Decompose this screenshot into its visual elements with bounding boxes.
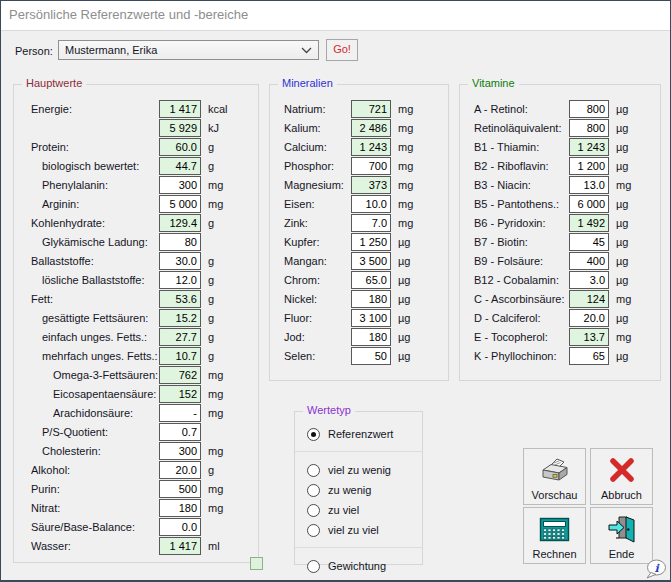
value-field[interactable]: 53.6 xyxy=(159,290,201,308)
value-field[interactable]: 800 xyxy=(569,119,609,137)
value-row: Jod:180µg xyxy=(284,327,448,346)
value-field[interactable]: 13.7 xyxy=(569,328,609,346)
value-field[interactable]: 27.7 xyxy=(159,328,201,346)
radio-option[interactable]: Referenzwert xyxy=(307,424,422,444)
info-bubble-icon[interactable]: i xyxy=(645,559,667,579)
value-row: Phosphor:700mg xyxy=(284,156,448,175)
value-row: biologisch bewertet:44.7g xyxy=(31,156,258,175)
value-field[interactable]: 3.0 xyxy=(569,271,609,289)
value-unit: mg xyxy=(208,369,258,381)
value-row: Säure/Base-Balance:0.0 xyxy=(31,517,258,536)
value-label: Phosphor: xyxy=(284,160,351,172)
value-field[interactable]: 762 xyxy=(159,366,201,384)
value-field[interactable]: 152 xyxy=(159,385,201,403)
value-field[interactable]: 13.0 xyxy=(569,176,609,194)
value-field[interactable]: 5 000 xyxy=(159,195,201,213)
value-field[interactable]: 180 xyxy=(351,290,391,308)
value-row: Purin:500mg xyxy=(31,479,258,498)
value-field[interactable]: 1 200 xyxy=(569,157,609,175)
value-row: B12 - Cobalamin:3.0µg xyxy=(474,270,660,289)
value-field[interactable]: 180 xyxy=(351,328,391,346)
group-hauptwerte-rows: Energie:1 417kcal5 929kJProtein:60.0gbio… xyxy=(14,99,258,555)
value-field[interactable]: 45 xyxy=(569,233,609,251)
group-hauptwerte: Hauptwerte Energie:1 417kcal5 929kJProte… xyxy=(13,84,259,563)
radio-option[interactable]: viel zu viel xyxy=(307,520,422,540)
value-unit: mg xyxy=(208,407,258,419)
value-field[interactable]: 10.0 xyxy=(351,195,391,213)
value-row: Fluor:3 100µg xyxy=(284,308,448,327)
value-field[interactable]: 300 xyxy=(159,442,201,460)
value-row: mehrfach unges. Fetts.:10.7g xyxy=(31,346,258,365)
value-field[interactable]: 44.7 xyxy=(159,157,201,175)
value-field[interactable]: 60.0 xyxy=(159,138,201,156)
value-unit: mg xyxy=(208,388,258,400)
value-label: Kupfer: xyxy=(284,236,351,248)
value-field[interactable]: 12.0 xyxy=(159,271,201,289)
group-wertetyp: Wertetyp Referenzwertviel zu wenigzu wen… xyxy=(294,411,423,565)
value-field[interactable]: 50 xyxy=(351,347,391,365)
radio-option[interactable]: viel zu wenig xyxy=(307,460,422,480)
separator xyxy=(295,547,422,548)
value-unit: µg xyxy=(398,274,448,286)
value-field[interactable]: 373 xyxy=(351,176,391,194)
preview-button[interactable]: Vorschau xyxy=(523,448,586,505)
value-field[interactable]: 1 417 xyxy=(159,537,201,555)
value-field[interactable]: 1 492 xyxy=(569,214,609,232)
value-field[interactable]: 1 243 xyxy=(351,138,391,156)
value-field[interactable]: 10.7 xyxy=(159,347,201,365)
value-field[interactable]: 1 250 xyxy=(351,233,391,251)
value-row: Ballaststoffe:30.0g xyxy=(31,251,258,270)
value-field[interactable]: 300 xyxy=(159,176,201,194)
value-unit: µg xyxy=(398,350,448,362)
value-field[interactable]: 80 xyxy=(159,233,201,251)
value-field[interactable]: 124 xyxy=(569,290,609,308)
value-field[interactable]: 1 243 xyxy=(569,138,609,156)
value-unit: µg xyxy=(616,350,660,362)
value-field[interactable]: 20.0 xyxy=(569,309,609,327)
value-field[interactable]: 0.7 xyxy=(159,423,201,441)
value-field[interactable]: 7.0 xyxy=(351,214,391,232)
value-field[interactable]: 3 500 xyxy=(351,252,391,270)
value-unit: kJ xyxy=(208,122,258,134)
value-label: Selen: xyxy=(284,350,351,362)
value-field[interactable]: 129.4 xyxy=(159,214,201,232)
value-field[interactable]: 800 xyxy=(569,100,609,118)
value-field[interactable]: 1 417 xyxy=(159,100,201,118)
calculate-button[interactable]: Rechnen xyxy=(523,507,586,564)
go-button[interactable]: Go! xyxy=(326,39,358,61)
value-field[interactable]: 15.2 xyxy=(159,309,201,327)
person-select[interactable]: Mustermann, Erika xyxy=(58,40,319,60)
value-field[interactable]: 65 xyxy=(569,347,609,365)
exit-button[interactable]: Ende xyxy=(590,507,653,564)
radio-icon xyxy=(307,560,320,573)
value-row: Wasser:1 417ml xyxy=(31,536,258,555)
value-field[interactable]: 400 xyxy=(569,252,609,270)
value-field[interactable]: 0.0 xyxy=(159,518,201,536)
value-field[interactable]: 5 929 xyxy=(159,119,201,137)
radio-label: Referenzwert xyxy=(328,428,393,440)
value-field[interactable]: 3 100 xyxy=(351,309,391,327)
value-label: A - Retinol: xyxy=(474,103,569,115)
value-label: B7 - Biotin: xyxy=(474,236,569,248)
value-label: Retinoläquivalent: xyxy=(474,122,569,134)
value-field[interactable]: 65.0 xyxy=(351,271,391,289)
value-row: C - Ascorbinsäure:124mg xyxy=(474,289,660,308)
value-field[interactable]: 2 486 xyxy=(351,119,391,137)
value-field[interactable]: 500 xyxy=(159,480,201,498)
value-field[interactable]: 20.0 xyxy=(159,461,201,479)
value-field[interactable]: 180 xyxy=(159,499,201,517)
radio-option[interactable]: zu viel xyxy=(307,500,422,520)
radio-label: zu viel xyxy=(328,504,359,516)
cancel-button[interactable]: Abbruch xyxy=(590,448,653,505)
value-field[interactable]: 700 xyxy=(351,157,391,175)
radio-option[interactable]: Gewichtung xyxy=(307,556,422,576)
value-field[interactable]: 30.0 xyxy=(159,252,201,270)
value-row: 5 929kJ xyxy=(31,118,258,137)
value-unit: µg xyxy=(616,217,660,229)
value-label: einfach unges. Fetts.: xyxy=(31,331,159,343)
value-field[interactable]: - xyxy=(159,404,201,422)
radio-option[interactable]: zu wenig xyxy=(307,480,422,500)
value-field[interactable]: 721 xyxy=(351,100,391,118)
value-field[interactable]: 6 000 xyxy=(569,195,609,213)
value-label: biologisch bewertet: xyxy=(31,160,159,172)
